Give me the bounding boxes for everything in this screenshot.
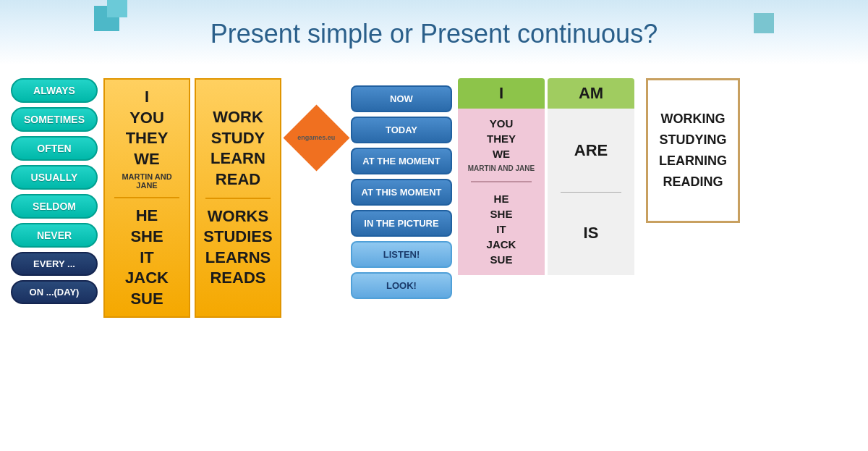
grid-verb-divider: [561, 192, 621, 193]
pronoun-it: IT: [125, 248, 169, 269]
btn-now[interactable]: NOW: [351, 85, 452, 112]
verb-learns: LEARNS: [203, 248, 272, 269]
btn-often[interactable]: OFTEN: [11, 136, 98, 161]
diamond-inner: engames.eu: [283, 105, 349, 172]
grid-header-row: I AM: [458, 78, 634, 109]
gerund-verbs: WORKING STUDYING LEARNING READING: [659, 109, 727, 192]
btn-every[interactable]: EVERY ...: [11, 252, 98, 276]
btn-never[interactable]: NEVER: [11, 223, 98, 248]
btn-listen[interactable]: LISTEN!: [351, 241, 452, 268]
g-pronoun-sue: SUE: [487, 252, 516, 267]
gerund-reading: READING: [659, 172, 727, 193]
btn-today[interactable]: TODAY: [351, 117, 452, 143]
orange-box-bottom-pronouns: HE SHE IT JACK SUE: [125, 206, 169, 309]
grid-cell-right: ARE IS: [548, 109, 634, 275]
gerund-working: WORKING: [659, 109, 727, 130]
diamond-text: engames.eu: [297, 134, 335, 142]
verb-studies: STUDIES: [203, 227, 272, 248]
btn-seldom[interactable]: SELDOM: [11, 194, 98, 219]
verb-reads: READS: [203, 268, 272, 289]
verb-is: IS: [584, 198, 599, 268]
btn-at-the-moment[interactable]: AT THE MOMENT: [351, 148, 452, 174]
grid-pronouns-top: YOU THEY WE: [487, 116, 516, 161]
orange-divider-left: [114, 197, 179, 198]
btn-look[interactable]: LOOK!: [351, 272, 452, 299]
verb-are: ARE: [574, 116, 608, 186]
orange-box-verbs: WORK STUDY LEARN READ WORKS STUDIES LEAR…: [195, 78, 281, 318]
center-buttons-group: NOW TODAY AT THE MOMENT AT THIS MOMENT I…: [351, 85, 452, 299]
btn-always[interactable]: ALWAYS: [11, 78, 98, 103]
diamond-shape: engames.eu: [287, 114, 345, 161]
orange-box-top-verbs: WORK STUDY LEARN READ: [210, 107, 265, 190]
pronoun-you: YOU: [126, 108, 169, 129]
orange-divider-right: [205, 198, 271, 199]
verb-work: WORK: [210, 107, 265, 128]
pronoun-they: THEY: [126, 128, 169, 149]
grid-header-am: AM: [548, 78, 634, 109]
btn-on-day[interactable]: ON ...(DAY): [11, 280, 98, 304]
grid-divider: [471, 181, 531, 182]
pronoun-i: I: [126, 87, 169, 108]
g-pronoun-they: THEY: [487, 131, 516, 146]
grid-pronouns-bottom: HE SHE IT JACK SUE: [487, 191, 516, 267]
grid-header-i: I: [458, 78, 545, 109]
orange-box-top-pronouns: I YOU THEY WE: [126, 87, 169, 169]
gerund-learning: LEARNING: [659, 151, 727, 172]
verb-study: STUDY: [210, 128, 265, 149]
g-pronoun-he: HE: [487, 191, 516, 206]
g-pronoun-you: YOU: [487, 116, 516, 131]
btn-in-the-picture[interactable]: IN THE PICTURE: [351, 210, 452, 237]
orange-boxes-container: I YOU THEY WE MARTIN AND JANE HE SHE IT …: [103, 78, 281, 318]
pronoun-we: WE: [126, 149, 169, 170]
martin-jane-label-left: MARTIN AND JANE: [111, 172, 183, 190]
deco-left: [94, 6, 134, 42]
verb-read: READ: [210, 169, 265, 190]
verb-works: WORKS: [203, 206, 272, 227]
left-sidebar: ALWAYS SOMETIMES OFTEN USUALLY SELDOM NE…: [11, 78, 98, 304]
g-pronoun-it: IT: [487, 222, 516, 237]
grid-cell-left: YOU THEY WE MARTIN AND JANE HE SHE IT JA…: [458, 109, 545, 275]
page-title: Present simple or Present continuous?: [210, 19, 658, 49]
pronoun-she: SHE: [125, 227, 169, 248]
gerund-verb-box: WORKING STUDYING LEARNING READING: [646, 78, 740, 223]
conjugation-grid: I AM YOU THEY WE MARTIN AND JANE HE SHE …: [458, 78, 634, 275]
g-pronoun-she: SHE: [487, 206, 516, 222]
deco-right: [754, 13, 774, 33]
btn-sometimes[interactable]: SOMETIMES: [11, 107, 98, 132]
orange-box-pronouns: I YOU THEY WE MARTIN AND JANE HE SHE IT …: [103, 78, 190, 318]
btn-at-this-moment[interactable]: AT THIS MOMENT: [351, 179, 452, 206]
pronoun-jack: JACK: [125, 268, 169, 289]
btn-usually[interactable]: USUALLY: [11, 165, 98, 190]
pronoun-sue: SUE: [125, 289, 169, 310]
pronoun-he: HE: [125, 206, 169, 227]
grid-body-row: YOU THEY WE MARTIN AND JANE HE SHE IT JA…: [458, 109, 634, 275]
gerund-studying: STUDYING: [659, 130, 727, 151]
orange-box-bottom-verbs: WORKS STUDIES LEARNS READS: [203, 206, 272, 289]
g-pronoun-jack: JACK: [487, 237, 516, 252]
verb-learn: LEARN: [210, 148, 265, 169]
grid-martin-jane: MARTIN AND JANE: [468, 164, 535, 172]
g-pronoun-we: WE: [487, 146, 516, 161]
